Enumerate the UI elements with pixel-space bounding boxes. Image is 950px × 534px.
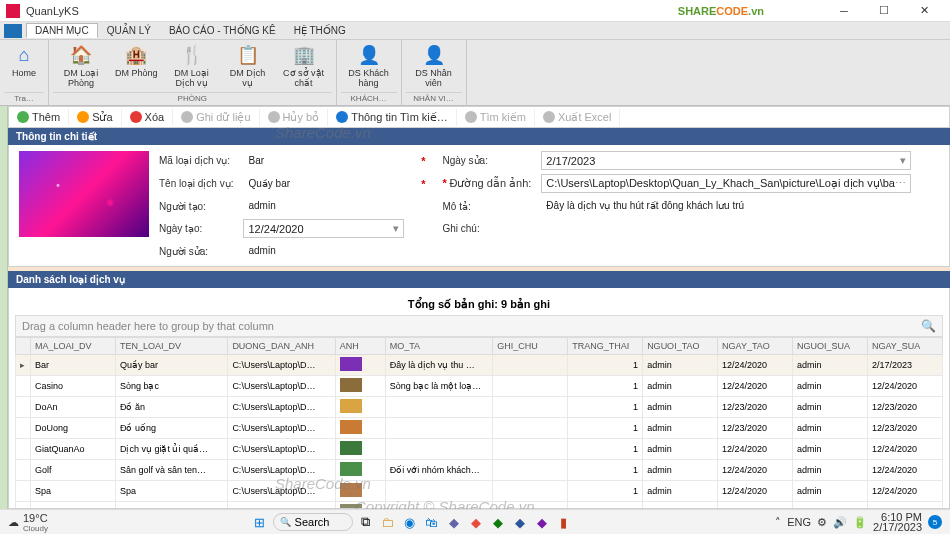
ribbon-dm-loai-phong[interactable]: 🏠DM Loại Phòng bbox=[53, 42, 109, 92]
table-row[interactable]: ▸BarQuầy barC:\Users\Laptop\D…Đây là dịc… bbox=[16, 355, 943, 376]
table-row[interactable]: DoUongĐồ uốngC:\Users\Laptop\D…1admin12/… bbox=[16, 418, 943, 439]
cell[interactable]: admin bbox=[793, 502, 868, 510]
cell[interactable]: admin bbox=[643, 481, 718, 502]
cell[interactable]: Đồ ăn bbox=[115, 397, 227, 418]
col-ghi_chu[interactable]: GHI_CHU bbox=[493, 338, 568, 355]
cell[interactable]: 12/23/2020 bbox=[867, 418, 942, 439]
field-duongdan[interactable]: C:\Users\Laptop\Desktop\Quan_Ly_Khach_Sa… bbox=[541, 174, 911, 193]
col-ngay_tao[interactable]: NGAY_TAO bbox=[718, 338, 793, 355]
cell[interactable]: Spa bbox=[30, 481, 115, 502]
cell[interactable] bbox=[493, 355, 568, 376]
cell[interactable]: C:\Users\Laptop\D… bbox=[228, 376, 335, 397]
cell[interactable]: admin bbox=[643, 418, 718, 439]
cell[interactable]: C:\Users\Laptop\D… bbox=[228, 418, 335, 439]
cell[interactable]: Đồ uống bbox=[115, 418, 227, 439]
table-row[interactable]: ThueXeThuê xeC:\Users\Laptop\D…update1ad… bbox=[16, 502, 943, 510]
field-ten[interactable]: Quầy bar bbox=[243, 175, 404, 193]
start-button[interactable]: ⊞ bbox=[251, 513, 269, 531]
cell[interactable]: admin bbox=[643, 376, 718, 397]
notifications-icon[interactable]: 5 bbox=[928, 515, 942, 529]
ribbon-dm-dich-vu[interactable]: 📋DM Dịch vụ bbox=[220, 42, 276, 92]
clock[interactable]: 6:10 PM 2/17/2023 bbox=[873, 512, 922, 532]
col-trang_thai[interactable]: TRANG_THAI bbox=[568, 338, 643, 355]
cell[interactable]: admin bbox=[793, 460, 868, 481]
cell[interactable]: Thuê xe bbox=[115, 502, 227, 510]
menu-tab-b-o-c-o-th-ng-k-[interactable]: BÁO CÁO - THỐNG KÊ bbox=[160, 23, 285, 38]
group-panel[interactable]: Drag a column header here to group by th… bbox=[15, 315, 943, 337]
app-icon-4[interactable]: ◆ bbox=[511, 513, 529, 531]
system-tray[interactable]: ˄ ENG ⚙ 🔊 🔋 6:10 PM 2/17/2023 5 bbox=[775, 512, 942, 532]
cell[interactable]: 12/23/2020 bbox=[718, 397, 793, 418]
ribbon-dm-loai-dv[interactable]: 🍴DM Loại Dịch vụ bbox=[164, 42, 220, 92]
cell[interactable] bbox=[385, 439, 492, 460]
cell[interactable]: admin bbox=[793, 481, 868, 502]
col-ngay_sua[interactable]: NGAY_SUA bbox=[867, 338, 942, 355]
data-grid[interactable]: MA_LOAI_DVTEN_LOAI_DVDUONG_DAN_ANHANHMO_… bbox=[15, 337, 943, 509]
volume-icon[interactable]: 🔊 bbox=[833, 516, 847, 529]
cell[interactable]: DoUong bbox=[30, 418, 115, 439]
cell[interactable] bbox=[493, 397, 568, 418]
col-nguoi_sua[interactable]: NGUOI_SUA bbox=[793, 338, 868, 355]
cell[interactable] bbox=[335, 418, 385, 439]
cell[interactable] bbox=[385, 418, 492, 439]
weather-widget[interactable]: ☁ 19°C Cloudy bbox=[8, 512, 48, 533]
cell[interactable]: C:\Users\Laptop\D… bbox=[228, 460, 335, 481]
cell[interactable]: 1 bbox=[568, 376, 643, 397]
cell[interactable] bbox=[335, 355, 385, 376]
explorer-icon[interactable]: 🗀 bbox=[379, 513, 397, 531]
maximize-button[interactable]: ☐ bbox=[864, 1, 904, 21]
cell[interactable] bbox=[493, 481, 568, 502]
col-mo_ta[interactable]: MO_TA bbox=[385, 338, 492, 355]
cell[interactable]: C:\Users\Laptop\D… bbox=[228, 502, 335, 510]
field-nguoitao[interactable]: admin bbox=[243, 197, 404, 215]
store-icon[interactable]: 🛍 bbox=[423, 513, 441, 531]
edit-button[interactable]: Sửa bbox=[69, 109, 121, 126]
cell[interactable]: admin bbox=[643, 502, 718, 510]
table-row[interactable]: GiatQuanAoDịch vụ giặt ủi quầ…C:\Users\L… bbox=[16, 439, 943, 460]
col-anh[interactable]: ANH bbox=[335, 338, 385, 355]
cell[interactable]: 12/24/2020 bbox=[718, 460, 793, 481]
cell[interactable]: Đối với nhóm khách… bbox=[385, 460, 492, 481]
wifi-icon[interactable]: ⚙ bbox=[817, 516, 827, 529]
cell[interactable] bbox=[335, 439, 385, 460]
cell[interactable]: 12/23/2020 bbox=[867, 397, 942, 418]
cell[interactable]: C:\Users\Laptop\D… bbox=[228, 439, 335, 460]
chevron-up-icon[interactable]: ˄ bbox=[775, 516, 781, 529]
cell[interactable]: 12/23/2020 bbox=[867, 502, 942, 510]
cell[interactable] bbox=[335, 376, 385, 397]
cell[interactable]: admin bbox=[643, 397, 718, 418]
table-row[interactable]: DoAnĐồ ănC:\Users\Laptop\D…1admin12/23/2… bbox=[16, 397, 943, 418]
field-ghichu[interactable] bbox=[541, 220, 911, 238]
find-info-button[interactable]: Thông tin Tìm kiế… bbox=[328, 109, 457, 126]
cell[interactable]: Sòng bạc bbox=[115, 376, 227, 397]
cell[interactable]: Sòng bạc là một loạ… bbox=[385, 376, 492, 397]
cell[interactable]: Sân golf và sân ten… bbox=[115, 460, 227, 481]
cell[interactable]: update bbox=[493, 502, 568, 510]
cell[interactable] bbox=[385, 481, 492, 502]
lang-indicator[interactable]: ENG bbox=[787, 516, 811, 528]
cell[interactable]: 12/24/2020 bbox=[867, 376, 942, 397]
cell[interactable] bbox=[493, 418, 568, 439]
cell[interactable]: Quầy bar bbox=[115, 355, 227, 376]
field-mota[interactable]: Đây là dịch vụ thu hút rất đông khách lư… bbox=[541, 197, 911, 215]
grid-search-icon[interactable]: 🔍 bbox=[921, 319, 936, 333]
close-button[interactable]: ✕ bbox=[904, 1, 944, 21]
table-row[interactable]: CasinoSòng bạcC:\Users\Laptop\D…Sòng bạc… bbox=[16, 376, 943, 397]
ribbon-dm-phong[interactable]: 🏨DM Phòng bbox=[109, 42, 164, 92]
field-ngaytao[interactable]: 12/24/2020▾ bbox=[243, 219, 404, 238]
cell[interactable]: admin bbox=[793, 418, 868, 439]
cell[interactable] bbox=[493, 376, 568, 397]
cell[interactable]: admin bbox=[793, 355, 868, 376]
field-ma[interactable]: Bar bbox=[243, 152, 404, 170]
cell[interactable]: C:\Users\Laptop\D… bbox=[228, 481, 335, 502]
cell[interactable]: admin bbox=[793, 439, 868, 460]
ribbon-ds-nhan-vien[interactable]: 👤DS Nhân viên bbox=[406, 42, 462, 92]
battery-icon[interactable]: 🔋 bbox=[853, 516, 867, 529]
ribbon-home[interactable]: ⌂Home bbox=[4, 42, 44, 92]
add-button[interactable]: Thêm bbox=[9, 109, 69, 125]
cell[interactable]: 1 bbox=[568, 439, 643, 460]
menu-tab-qu-n-l-[interactable]: QUẢN LÝ bbox=[98, 23, 160, 38]
delete-button[interactable]: Xóa bbox=[122, 109, 174, 125]
cell[interactable]: 1 bbox=[568, 460, 643, 481]
search-button[interactable]: 🔍Search bbox=[273, 513, 353, 531]
